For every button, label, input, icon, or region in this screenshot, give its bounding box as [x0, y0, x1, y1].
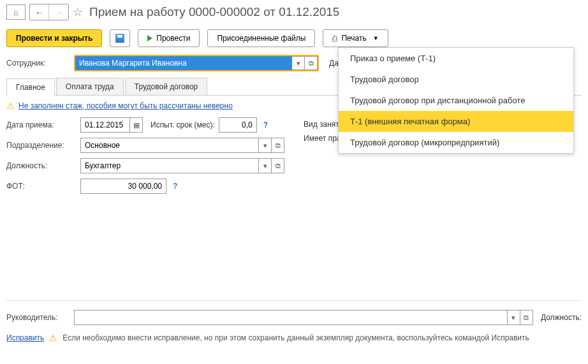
back-button[interactable]: ← [30, 4, 49, 20]
probation-input[interactable] [219, 117, 257, 133]
department-label: Подразделение: [6, 141, 77, 150]
warning-icon: ⚠ [6, 101, 15, 111]
menu-item-t1-ext[interactable]: Т-1 (внешняя печатная форма) [339, 111, 573, 132]
menu-item-prikaz[interactable]: Приказ о приеме (Т-1) [339, 48, 573, 69]
floppy-icon [115, 34, 124, 43]
position-dropdown-button[interactable]: ▾ [259, 158, 272, 173]
play-icon [147, 35, 152, 41]
menu-item-dogovor-micro[interactable]: Трудовой договор (микропредприятий) [339, 132, 573, 153]
hire-date-input[interactable] [80, 117, 130, 133]
date-label: Да [329, 59, 339, 68]
department-input[interactable] [80, 138, 259, 153]
manager-dropdown-button[interactable]: ▾ [508, 310, 520, 325]
department-dropdown-button[interactable]: ▾ [259, 138, 272, 153]
department-open-button[interactable]: ⧉ [272, 138, 284, 153]
footer-note: Если необходимо внести исправление, но п… [62, 333, 529, 342]
employee-input[interactable] [75, 56, 292, 70]
post-and-close-button[interactable]: Провести и закрыть [6, 29, 102, 47]
save-button[interactable] [110, 29, 130, 47]
attached-files-button[interactable]: Присоединенные файлы [207, 29, 315, 47]
fix-link[interactable]: Исправить [6, 333, 44, 342]
probation-help[interactable]: ? [263, 120, 268, 129]
hire-date-label: Дата приема: [6, 120, 77, 129]
post-button[interactable]: Провести [138, 29, 200, 47]
tab-salary[interactable]: Оплата труда [56, 78, 124, 95]
position-label: Должность: [6, 161, 77, 170]
position-input[interactable] [80, 158, 259, 173]
page-title: Прием на работу 0000-000002 от 01.12.201… [89, 5, 339, 19]
fot-help[interactable]: ? [173, 182, 177, 191]
employee-open-button[interactable]: ⧉ [305, 56, 318, 70]
menu-item-dogovor-dist[interactable]: Трудовой договор при дистанционной работ… [339, 90, 573, 111]
footer-position-label: Должность: [541, 313, 582, 322]
home-button[interactable]: ⌂ [6, 4, 26, 20]
probation-label: Испыт. срок (мес): [151, 120, 215, 129]
manager-input[interactable] [74, 310, 508, 325]
print-button[interactable]: Печать ▼ [323, 29, 388, 47]
manager-open-button[interactable]: ⧉ [520, 310, 533, 325]
hire-date-calendar-button[interactable]: ▦ [130, 117, 143, 133]
print-dropdown-menu: Приказ о приеме (Т-1) Трудовой договор Т… [338, 47, 574, 154]
menu-item-dogovor[interactable]: Трудовой договор [339, 69, 573, 90]
employee-label: Сотрудник: [6, 59, 70, 68]
footer-warning-icon: ⚠ [49, 333, 57, 343]
favorite-icon[interactable]: ☆ [73, 5, 83, 19]
fot-label: ФОТ: [6, 182, 77, 191]
warning-link[interactable]: Не заполнен стаж, пособия могут быть рас… [18, 101, 233, 110]
employee-dropdown-button[interactable]: ▾ [292, 56, 305, 70]
printer-icon [332, 34, 337, 43]
forward-button[interactable]: → [49, 4, 68, 20]
fot-input[interactable] [80, 178, 166, 194]
chevron-down-icon: ▼ [373, 35, 379, 41]
tab-main[interactable]: Главное [6, 78, 55, 96]
position-open-button[interactable]: ⧉ [272, 158, 284, 173]
tab-contract[interactable]: Трудовой договор [125, 78, 207, 95]
manager-label: Руководитель: [6, 313, 70, 322]
